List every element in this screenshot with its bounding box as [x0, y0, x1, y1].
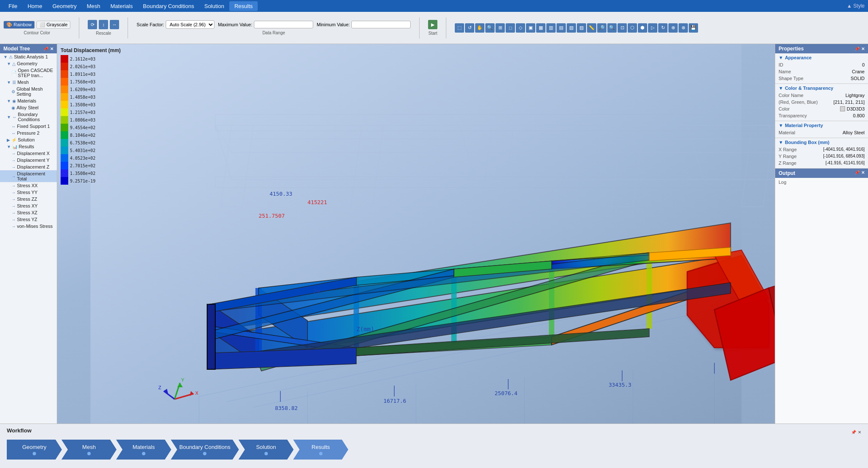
- divider2: [128, 17, 128, 39]
- icon-minus[interactable]: 🔍: [607, 23, 617, 33]
- menu-geometry[interactable]: Geometry: [47, 1, 82, 11]
- menu-boundary[interactable]: Boundary Conditions: [138, 1, 199, 11]
- tree-item[interactable]: ▼↔Boundary Conditions: [0, 111, 57, 123]
- icon-fit[interactable]: ⊞: [495, 23, 505, 33]
- properties-close-icon[interactable]: ✕: [861, 47, 865, 51]
- workflow-step-boundary-conditions[interactable]: Boundary Conditions: [171, 440, 239, 460]
- tree-item[interactable]: 📄Open CASCADE STEP tran...: [0, 67, 57, 79]
- tree-item[interactable]: ▶⚡Solution: [0, 136, 57, 143]
- workflow-step-materials[interactable]: Materials: [116, 440, 171, 460]
- icon-box[interactable]: □: [506, 23, 515, 33]
- icon-snap[interactable]: ⊕: [668, 23, 678, 33]
- tree-close-icon[interactable]: ✕: [50, 47, 53, 51]
- icon-play[interactable]: ▷: [648, 23, 657, 33]
- icon-shield2[interactable]: ⬢: [638, 23, 647, 33]
- icon-measure[interactable]: 📏: [587, 23, 596, 33]
- workflow-step-geometry[interactable]: Geometry: [7, 440, 62, 460]
- icon-iso[interactable]: ◇: [516, 23, 525, 33]
- rescale-icon1[interactable]: ⟳: [88, 20, 97, 29]
- icon-top[interactable]: ▥: [546, 23, 556, 33]
- icon-back[interactable]: ▦: [536, 23, 545, 33]
- min-value-label: Minimum Value:: [317, 22, 350, 27]
- tree-item[interactable]: ◉Alloy Steel: [0, 104, 57, 111]
- legend-color-swatch: [61, 124, 68, 131]
- icon-plus[interactable]: 🔎: [597, 23, 606, 33]
- tree-item[interactable]: ▼⚠Static Analysis 1: [0, 53, 57, 60]
- icon-probe[interactable]: ⊗: [679, 23, 688, 33]
- icon-replay[interactable]: ↻: [658, 23, 668, 33]
- legend-value: 9.4554e+02: [70, 125, 95, 130]
- icon-zoom[interactable]: 🔍: [485, 23, 495, 33]
- rainbow-button[interactable]: 🎨 Rainbow: [3, 21, 35, 29]
- tree-item[interactable]: →Displacement Total: [0, 170, 57, 182]
- animation-start-icon[interactable]: ▶: [428, 20, 437, 29]
- menu-mesh[interactable]: Mesh: [82, 1, 106, 11]
- output-pin-icon[interactable]: 📌: [854, 170, 860, 176]
- tree-item[interactable]: →Stress YZ: [0, 216, 57, 223]
- tree-item[interactable]: ▼◉Materials: [0, 97, 57, 104]
- icon-window[interactable]: ⊡: [618, 23, 627, 33]
- icon-bottom[interactable]: ▤: [556, 23, 566, 33]
- material-collapse-icon[interactable]: ▼: [779, 123, 783, 128]
- rescale-icon2[interactable]: ↕: [99, 20, 108, 29]
- min-value-input[interactable]: 9.2571e-19: [351, 21, 411, 28]
- tree-type-icon: 📊: [12, 144, 17, 149]
- menu-materials[interactable]: Materials: [106, 1, 138, 11]
- material-section: ▼ Material Property Material Alloy Steel: [775, 121, 868, 138]
- tree-item[interactable]: ▼☰Mesh: [0, 79, 57, 86]
- tree-item[interactable]: →Displacement Z: [0, 163, 57, 170]
- color-collapse-icon[interactable]: ▼: [779, 86, 783, 91]
- grayscale-button[interactable]: ⬜ Grayscale: [36, 21, 71, 29]
- tree-item[interactable]: →Stress YY: [0, 189, 57, 196]
- tree-item[interactable]: ↔Pressure 2: [0, 130, 57, 136]
- tree-item[interactable]: ↔Fixed Support 1: [0, 123, 57, 130]
- workflow-step-results[interactable]: Results: [293, 440, 348, 460]
- rgb-label: (Red, Green, Blue): [779, 100, 818, 105]
- icon-shield1[interactable]: ⬡: [628, 23, 637, 33]
- menu-home[interactable]: Home: [22, 1, 47, 11]
- viewport[interactable]: Total Displacement (mm) 2.1612e+032.0261…: [57, 44, 775, 424]
- icon-rotate[interactable]: ↺: [465, 23, 474, 33]
- output-panel: Output 📌 ✕ Log: [775, 169, 868, 424]
- collapse-icon[interactable]: ▼: [779, 55, 783, 60]
- workflow-close-icon[interactable]: ✕: [858, 430, 861, 435]
- model-tree-title: Model Tree: [3, 46, 30, 52]
- icon-front[interactable]: ▣: [526, 23, 535, 33]
- tree-type-icon: ⚙: [11, 89, 15, 94]
- tree-item[interactable]: →Stress ZZ: [0, 196, 57, 202]
- icon-right[interactable]: ▨: [577, 23, 586, 33]
- properties-pin-icon[interactable]: 📌: [854, 47, 860, 51]
- tree-item[interactable]: →Stress XX: [0, 182, 57, 189]
- menu-file[interactable]: File: [3, 1, 22, 11]
- tree-item[interactable]: →Displacement Y: [0, 157, 57, 163]
- tree-item[interactable]: ⚙Global Mesh Setting: [0, 86, 57, 97]
- workflow-step-solution[interactable]: Solution: [239, 440, 294, 460]
- workflow-pin-icon[interactable]: 📌: [851, 430, 856, 435]
- legend-row: 1.4858e+03: [61, 93, 121, 101]
- icon-left[interactable]: ▧: [567, 23, 576, 33]
- icon-select[interactable]: ⬚: [455, 23, 464, 33]
- bbox-collapse-icon[interactable]: ▼: [779, 140, 783, 145]
- tree-item[interactable]: ▼📊Results: [0, 143, 57, 150]
- icon-pan[interactable]: ✋: [475, 23, 484, 33]
- output-close-icon[interactable]: ✕: [861, 170, 865, 176]
- rescale-icon3[interactable]: ↔: [110, 20, 119, 29]
- tree-item-label: Static Analysis 1: [14, 54, 48, 59]
- menu-results[interactable]: Results: [229, 1, 258, 11]
- tree-item[interactable]: →Displacement X: [0, 150, 57, 157]
- svg-text:33435.3: 33435.3: [609, 382, 632, 388]
- tree-item[interactable]: →Stress XZ: [0, 209, 57, 216]
- tree-item[interactable]: →von-Mises Stress: [0, 223, 57, 230]
- xrange-label: X Range: [779, 147, 797, 152]
- icon-save[interactable]: 💾: [689, 23, 698, 33]
- max-value-input[interactable]: 2.1612e+03: [254, 21, 313, 28]
- workflow-step-mesh[interactable]: Mesh: [61, 440, 117, 460]
- tree-item[interactable]: ▼△Geometry: [0, 60, 57, 67]
- color-legend: Total Displacement (mm) 2.1612e+032.0261…: [61, 47, 121, 185]
- legend-row: 8.1046e+02: [61, 131, 121, 139]
- scale-factor-select[interactable]: Auto Scale (2.96): [166, 20, 214, 29]
- menu-solution[interactable]: Solution: [199, 1, 229, 11]
- tree-pin-icon[interactable]: 📌: [43, 47, 48, 51]
- model-tree-panel: Model Tree 📌 ✕ ▼⚠Static Analysis 1▼△Geom…: [0, 44, 57, 424]
- tree-item[interactable]: →Stress XY: [0, 202, 57, 209]
